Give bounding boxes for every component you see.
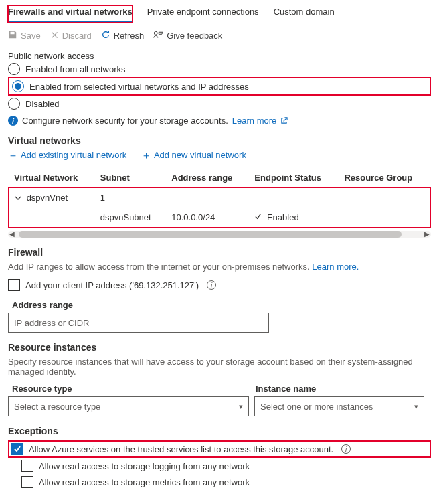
ri-col-headers: Resource type Instance name <box>12 384 431 394</box>
col-resource-group: Resource Group <box>339 169 430 187</box>
table-row[interactable]: dspvnVnet 1 <box>9 187 430 207</box>
checkbox-icon <box>21 460 33 472</box>
info-outline-icon[interactable]: i <box>207 280 216 290</box>
instance-name-select[interactable]: Select one or more instances ▾ <box>254 396 424 416</box>
toolbar: Save Discard Refresh Give feedback <box>8 30 431 41</box>
discard-label: Discard <box>62 31 92 41</box>
info-outline-icon[interactable]: i <box>341 444 351 454</box>
col-vnet: Virtual Network <box>9 169 95 187</box>
firewall-desc: Add IP ranges to allow access from the i… <box>8 262 431 272</box>
add-new-vnet-button[interactable]: ＋ Add new virtual network <box>141 150 246 160</box>
radio-enabled-all[interactable]: Enabled from all networks <box>8 61 431 77</box>
save-button[interactable]: Save <box>8 30 41 41</box>
radio-label: Disabled <box>25 99 60 109</box>
vnet-name: dspvnVnet <box>27 193 68 203</box>
refresh-label: Refresh <box>114 31 145 41</box>
ri-select-row: Select a resource type ▾ Select one or m… <box>8 396 431 416</box>
learn-more-label: Learn more <box>232 116 276 126</box>
firewall-learn-more-link[interactable]: Learn more. <box>312 262 359 272</box>
add-existing-label: Add existing virtual network <box>21 150 126 160</box>
tab-custom-domain[interactable]: Custom domain <box>274 5 335 23</box>
tab-firewalls[interactable]: Firewalls and virtual networks <box>8 5 133 23</box>
pna-heading: Public network access <box>8 51 431 61</box>
address-range-input[interactable] <box>8 313 269 333</box>
checkbox-icon <box>8 279 20 291</box>
firewall-heading: Firewall <box>8 247 431 258</box>
exception-trusted-services[interactable]: Allow Azure services on the trusted serv… <box>8 440 431 458</box>
exception-storage-logging[interactable]: Allow read access to storage logging fro… <box>21 458 431 474</box>
resource-type-placeholder: Select a resource type <box>14 402 100 412</box>
exception-label: Allow Azure services on the trusted serv… <box>29 444 333 454</box>
endpoint-status-value: Enabled <box>267 212 299 222</box>
address-range-value: 10.0.0.0/24 <box>166 207 249 228</box>
feedback-button[interactable]: Give feedback <box>153 30 222 41</box>
vnets-heading: Virtual networks <box>8 135 431 146</box>
plus-icon: ＋ <box>141 150 151 160</box>
subnet-count: 1 <box>95 187 167 207</box>
external-link-icon <box>280 117 288 124</box>
pna-info-text: Configure network security for your stor… <box>22 116 228 126</box>
info-icon: i <box>8 116 18 126</box>
checkbox-icon <box>21 476 33 488</box>
checkbox-icon <box>11 443 23 455</box>
exceptions-heading: Exceptions <box>8 426 431 436</box>
ri-heading: Resource instances <box>8 342 431 353</box>
add-existing-vnet-button[interactable]: ＋ Add existing virtual network <box>8 150 126 160</box>
address-range-label: Address range <box>12 300 431 310</box>
table-header-row: Virtual Network Subnet Address range End… <box>9 169 430 187</box>
scroll-thumb[interactable] <box>19 231 402 238</box>
subnet-name: dspvnSubnet <box>95 207 167 228</box>
ri-desc: Specify resource instances that will hav… <box>8 357 431 377</box>
instance-name-placeholder: Select one or more instances <box>260 402 373 412</box>
exception-label: Allow read access to storage metrics fro… <box>39 477 250 487</box>
col-resource-type: Resource type <box>12 384 256 394</box>
pna-info-row: i Configure network security for your st… <box>8 116 431 126</box>
tab-private-endpoint[interactable]: Private endpoint connections <box>147 5 259 23</box>
refresh-icon <box>101 30 110 41</box>
scroll-right-icon[interactable]: ▶ <box>424 230 430 238</box>
vnets-actions: ＋ Add existing virtual network ＋ Add new… <box>8 150 431 161</box>
radio-disabled[interactable]: Disabled <box>8 96 431 112</box>
radio-icon <box>12 80 24 92</box>
save-label: Save <box>21 31 41 41</box>
firewall-desc-text: Add IP ranges to allow access from the i… <box>8 262 310 272</box>
feedback-icon <box>153 30 163 41</box>
plus-icon: ＋ <box>8 150 18 160</box>
svg-point-0 <box>155 31 158 35</box>
learn-more-link[interactable]: Learn more <box>232 116 288 126</box>
radio-enabled-selected[interactable]: Enabled from selected virtual networks a… <box>8 77 431 96</box>
col-endpoint-status: Endpoint Status <box>249 169 339 187</box>
exception-label: Allow read access to storage logging fro… <box>39 461 250 471</box>
chevron-down-icon: ▾ <box>239 402 243 411</box>
radio-label: Enabled from selected virtual networks a… <box>29 82 249 92</box>
horizontal-scrollbar[interactable]: ◀ ▶ <box>8 231 431 238</box>
save-icon <box>8 30 17 41</box>
radio-icon <box>8 63 20 75</box>
refresh-button[interactable]: Refresh <box>101 30 145 41</box>
chevron-down-icon[interactable] <box>15 193 21 203</box>
exception-storage-metrics[interactable]: Allow read access to storage metrics fro… <box>21 474 431 490</box>
check-icon <box>254 212 264 222</box>
discard-button[interactable]: Discard <box>50 31 92 41</box>
feedback-label: Give feedback <box>167 31 222 41</box>
col-instance-name: Instance name <box>256 384 316 394</box>
col-address-range: Address range <box>166 169 249 187</box>
table-row[interactable]: dspvnSubnet 10.0.0.0/24 Enabled <box>9 207 430 228</box>
tabs-bar: Firewalls and virtual networks Private e… <box>8 5 431 23</box>
add-client-ip-checkbox[interactable]: Add your client IP address ('69.132.251.… <box>8 277 431 293</box>
close-icon <box>50 31 59 41</box>
client-ip-label: Add your client IP address ('69.132.251.… <box>25 280 199 290</box>
chevron-down-icon: ▾ <box>414 402 418 411</box>
radio-icon <box>8 98 20 110</box>
col-subnet: Subnet <box>95 169 167 187</box>
add-new-label: Add new virtual network <box>154 150 246 160</box>
resource-type-select[interactable]: Select a resource type ▾ <box>8 396 249 416</box>
vnets-table: Virtual Network Subnet Address range End… <box>8 169 431 228</box>
radio-label: Enabled from all networks <box>25 64 126 74</box>
scroll-left-icon[interactable]: ◀ <box>9 230 15 238</box>
